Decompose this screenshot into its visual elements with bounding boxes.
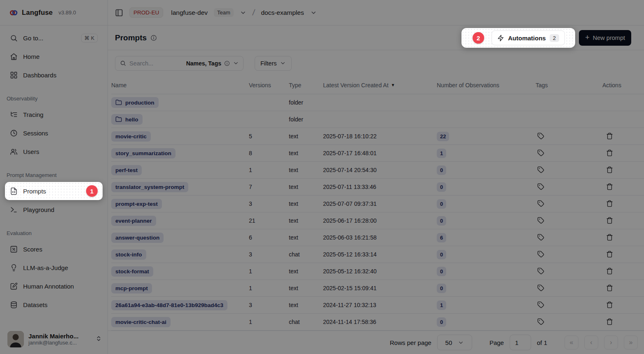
file-icon [10, 187, 18, 195]
automations-spotlight: 2 Automations 2 [461, 28, 575, 48]
sidebar-item-prompts[interactable]: Prompts1 [5, 182, 103, 200]
annotation-marker-1: 1 [86, 185, 98, 197]
dim-overlay [0, 0, 644, 354]
langfuse-app: Langfuse v3.89.0 Go to...⌘ KHomeDashboar… [0, 0, 644, 354]
automations-label: Automations [508, 35, 546, 42]
sidebar-item-label: Prompts [23, 188, 46, 195]
zap-icon [497, 35, 504, 42]
annotation-marker-2: 2 [473, 32, 484, 44]
automations-count-badge: 2 [550, 34, 559, 42]
automations-button[interactable]: Automations 2 [492, 30, 565, 45]
